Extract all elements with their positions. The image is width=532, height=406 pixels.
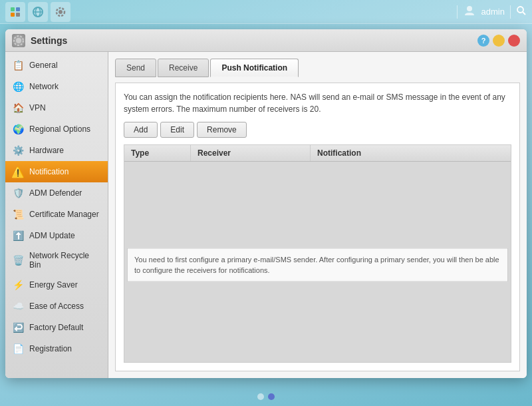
svg-rect-1 [16, 7, 20, 11]
sidebar-item-network-recycle[interactable]: 🗑️ Network Recycle Bin [5, 246, 108, 274]
svg-point-9 [467, 6, 472, 11]
tab-bar: Send Receive Push Notification [115, 59, 520, 77]
tab-receive[interactable]: Receive [158, 59, 209, 77]
svg-point-10 [517, 7, 523, 13]
page-footer [0, 383, 532, 406]
regional-icon: 🌍 [12, 123, 24, 135]
svg-point-12 [16, 38, 21, 43]
main-content: Send Receive Push Notification You can a… [108, 52, 527, 378]
sidebar-label-vpn: VPN [29, 103, 46, 112]
sidebar-label-general: General [29, 61, 58, 70]
col-receiver: Receiver [191, 145, 311, 161]
registration-icon: 📄 [12, 343, 24, 355]
svg-rect-0 [11, 7, 15, 11]
svg-point-7 [59, 10, 63, 14]
col-notification: Notification [311, 145, 511, 161]
network-icon: 🌐 [12, 81, 24, 93]
sidebar-item-adm-defender[interactable]: 🛡️ ADM Defender [5, 182, 108, 204]
general-icon: 📋 [12, 59, 24, 71]
sidebar-item-notification[interactable]: ⚠️ Notification [5, 161, 108, 182]
receiver-table: Type Receiver Notification You need to f… [124, 144, 511, 363]
sidebar-label-network-recycle: Network Recycle Bin [29, 251, 101, 270]
description-text: You can assign the notification recipien… [124, 91, 511, 115]
taskbar-divider [457, 5, 458, 19]
sidebar-item-cert-manager[interactable]: 📜 Certificate Manager [5, 204, 108, 225]
window-title: Settings [31, 35, 477, 46]
globe-icon[interactable] [28, 2, 48, 22]
edit-button[interactable]: Edit [160, 122, 194, 138]
sidebar-item-ease-access[interactable]: ☁️ Ease of Access [5, 296, 108, 317]
search-icon[interactable] [516, 5, 527, 18]
page-dot-2[interactable] [268, 393, 275, 400]
network-recycle-icon: 🗑️ [12, 254, 24, 266]
cert-icon: 📜 [12, 208, 24, 220]
sidebar-item-adm-update[interactable]: ⬆️ ADM Update [5, 225, 108, 246]
taskbar: admin [0, 0, 532, 24]
username-label: admin [481, 7, 505, 17]
sidebar-label-adm-defender: ADM Defender [29, 188, 82, 198]
sidebar-label-regional: Regional Options [29, 124, 90, 134]
sidebar-item-vpn[interactable]: 🏠 VPN [5, 97, 108, 118]
user-icon [463, 4, 476, 19]
window-titlebar: Settings ? [5, 29, 527, 52]
svg-line-11 [523, 12, 525, 15]
sidebar-item-energy-saver[interactable]: ⚡ Energy Saver [5, 274, 108, 296]
info-message: You need to first configure a primary e-… [127, 248, 508, 282]
tab-push-notification[interactable]: Push Notification [210, 59, 299, 77]
sidebar-item-hardware[interactable]: ⚙️ Hardware [5, 140, 108, 161]
taskbar-right: admin [457, 4, 527, 19]
settings-window: Settings ? 📋 General 🌐 Network 🏠 VPN 🌍 [5, 29, 527, 378]
energy-saver-icon: ⚡ [12, 279, 24, 291]
grid-icon[interactable] [5, 2, 25, 22]
notification-icon: ⚠️ [12, 166, 24, 178]
sidebar-item-general[interactable]: 📋 General [5, 55, 108, 76]
sidebar: 📋 General 🌐 Network 🏠 VPN 🌍 Regional Opt… [5, 52, 108, 378]
sidebar-label-network: Network [29, 82, 59, 91]
minimize-button[interactable] [493, 35, 505, 47]
col-type: Type [124, 145, 191, 161]
sidebar-label-adm-update: ADM Update [29, 231, 75, 240]
table-body: You need to first configure a primary e-… [124, 162, 511, 362]
app-gear-icon[interactable] [51, 2, 70, 22]
sidebar-item-factory-default[interactable]: ↩️ Factory Default [5, 317, 108, 338]
taskbar-left [5, 2, 70, 22]
vpn-icon: 🏠 [12, 102, 24, 114]
window-body: 📋 General 🌐 Network 🏠 VPN 🌍 Regional Opt… [5, 52, 527, 378]
window-icon [12, 34, 25, 47]
sidebar-label-hardware: Hardware [29, 146, 64, 155]
sidebar-label-notification: Notification [29, 167, 68, 176]
sidebar-label-ease-access: Ease of Access [29, 302, 84, 311]
sidebar-item-registration[interactable]: 📄 Registration [5, 338, 108, 359]
ease-access-icon: ☁️ [12, 300, 24, 312]
content-panel: You can assign the notification recipien… [115, 83, 520, 371]
adm-defender-icon: 🛡️ [12, 187, 24, 199]
tab-send[interactable]: Send [115, 59, 156, 77]
sidebar-label-energy-saver: Energy Saver [29, 280, 78, 290]
hardware-icon: ⚙️ [12, 144, 24, 156]
sidebar-label-factory-default: Factory Default [29, 323, 83, 332]
table-header: Type Receiver Notification [124, 145, 511, 162]
sidebar-item-network[interactable]: 🌐 Network [5, 76, 108, 97]
help-button[interactable]: ? [477, 35, 489, 47]
svg-rect-2 [11, 13, 15, 17]
sidebar-item-regional[interactable]: 🌍 Regional Options [5, 118, 108, 140]
adm-update-icon: ⬆️ [12, 230, 24, 242]
button-bar: Add Edit Remove [124, 122, 511, 138]
window-controls: ? [477, 35, 520, 47]
factory-default-icon: ↩️ [12, 321, 24, 333]
taskbar-divider2 [510, 5, 511, 19]
sidebar-label-registration: Registration [29, 344, 72, 353]
svg-rect-3 [16, 13, 20, 17]
close-button[interactable] [508, 35, 520, 47]
remove-button[interactable]: Remove [197, 122, 247, 138]
add-button[interactable]: Add [124, 122, 158, 138]
page-dot-1[interactable] [257, 393, 264, 400]
sidebar-label-cert-manager: Certificate Manager [29, 210, 99, 219]
